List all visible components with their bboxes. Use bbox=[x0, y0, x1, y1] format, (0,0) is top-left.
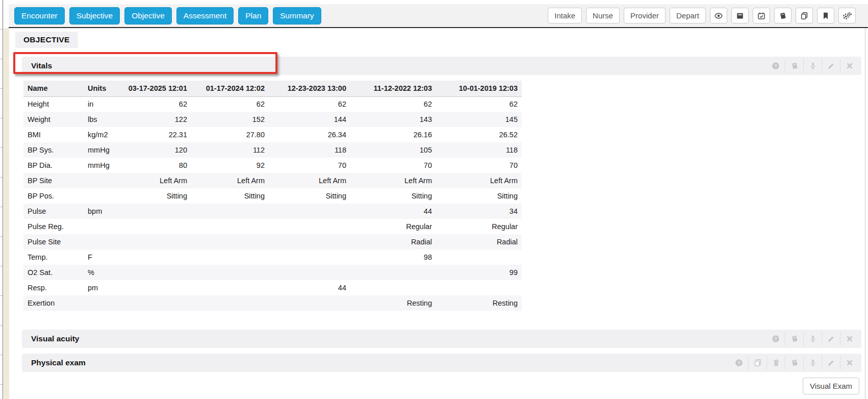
vital-value: 105 bbox=[350, 142, 436, 158]
nav-button-plan[interactable]: Plan bbox=[238, 7, 268, 24]
vitals-row-pulse-site: Pulse SiteRadialRadial bbox=[23, 234, 522, 250]
vital-value bbox=[436, 280, 522, 295]
help-icon[interactable]: ? bbox=[730, 356, 748, 370]
vital-value: Sitting bbox=[350, 188, 436, 204]
book-icon[interactable] bbox=[785, 332, 803, 346]
vital-value bbox=[191, 219, 269, 234]
vitals-row-bmi: BMIkg/m222.3127.8026.3426.1626.52 bbox=[23, 127, 522, 142]
vitals-table: NameUnits03-17-2025 12:0101-17-2024 12:0… bbox=[23, 81, 522, 311]
vital-value: 62 bbox=[436, 96, 522, 112]
vital-name: BP Site bbox=[23, 173, 84, 188]
close-icon[interactable] bbox=[840, 356, 858, 370]
vital-value: 152 bbox=[191, 112, 269, 127]
nav-button-summary[interactable]: Summary bbox=[273, 7, 321, 24]
vital-name: Weight bbox=[23, 112, 84, 127]
column-header-12-23-2023-13-00: 12-23-2023 13:00 bbox=[269, 81, 350, 96]
microphone-icon[interactable] bbox=[803, 356, 822, 370]
vitals-row-o2-sat: O2 Sat.%99 bbox=[23, 265, 522, 280]
trash-icon[interactable] bbox=[767, 356, 785, 370]
vital-value bbox=[191, 250, 269, 265]
vital-units: in bbox=[84, 96, 126, 112]
vitals-title: Vitals bbox=[22, 61, 52, 70]
vital-value: 27.80 bbox=[191, 127, 269, 142]
book-icon-button[interactable] bbox=[774, 8, 792, 23]
vital-value bbox=[126, 250, 191, 265]
gear-icon-button[interactable] bbox=[838, 8, 856, 23]
vital-units bbox=[84, 173, 126, 188]
bookmark-icon bbox=[822, 12, 830, 20]
visual-exam-button[interactable]: Visual Exam bbox=[803, 378, 859, 394]
close-icon[interactable] bbox=[840, 59, 858, 73]
close-icon[interactable] bbox=[840, 332, 858, 346]
vital-value bbox=[436, 250, 522, 265]
nav-button-objective[interactable]: Objective bbox=[124, 7, 172, 24]
pencil-icon[interactable] bbox=[822, 59, 840, 73]
vital-value bbox=[269, 265, 350, 280]
vital-value bbox=[191, 280, 269, 295]
vitals-row-resp: Resp.pm44 bbox=[23, 280, 522, 295]
pencil-icon[interactable] bbox=[822, 332, 840, 346]
archive-icon bbox=[736, 12, 744, 20]
physical-exam-header-icons: ? bbox=[730, 356, 858, 370]
vital-units bbox=[84, 188, 126, 204]
action-button-depart[interactable]: Depart bbox=[670, 8, 706, 23]
vitals-row-pulse-reg: Pulse Reg.RegularRegular bbox=[23, 219, 522, 234]
vital-value: Resting bbox=[436, 295, 522, 311]
vital-value: Regular bbox=[350, 219, 436, 234]
action-button-intake[interactable]: Intake bbox=[548, 8, 582, 23]
vital-units: lbs bbox=[84, 112, 126, 127]
toolbar-right-group: IntakeNurseProviderDepart bbox=[548, 8, 856, 23]
calendar-check-icon-button[interactable] bbox=[753, 8, 770, 23]
microphone-icon[interactable] bbox=[803, 332, 822, 346]
vital-value bbox=[126, 219, 191, 234]
vital-units: mmHg bbox=[84, 142, 126, 158]
icon-button-group bbox=[710, 8, 856, 23]
vital-value bbox=[269, 250, 350, 265]
content-right-border bbox=[865, 28, 865, 399]
vital-value bbox=[269, 204, 350, 219]
vital-value: 80 bbox=[126, 158, 191, 173]
help-icon[interactable]: ? bbox=[767, 332, 785, 346]
vital-units: mmHg bbox=[84, 158, 126, 173]
visual-acuity-section-header[interactable]: Visual acuity ? bbox=[22, 330, 861, 348]
vitals-row-pulse: Pulsebpm4434 bbox=[23, 204, 522, 219]
vital-value: 62 bbox=[126, 96, 191, 112]
vital-value bbox=[191, 295, 269, 311]
vitals-row-exertion: ExertionRestingResting bbox=[23, 295, 522, 311]
vitals-table-header: NameUnits03-17-2025 12:0101-17-2024 12:0… bbox=[23, 81, 522, 96]
microphone-icon[interactable] bbox=[803, 59, 822, 73]
nav-button-subjective[interactable]: Subjective bbox=[69, 7, 120, 24]
vitals-row-bp-dia: BP Dia.mmHg8092707070 bbox=[23, 158, 522, 173]
vitals-section-header[interactable]: Vitals ? bbox=[22, 57, 861, 75]
action-button-provider[interactable]: Provider bbox=[624, 8, 666, 23]
book-icon[interactable] bbox=[785, 356, 803, 370]
vital-units bbox=[84, 295, 126, 311]
vital-value: 118 bbox=[436, 142, 522, 158]
svg-text:?: ? bbox=[774, 63, 777, 68]
vital-value bbox=[350, 265, 436, 280]
nav-button-encounter[interactable]: Encounter bbox=[14, 7, 65, 24]
copy-icon-button[interactable] bbox=[796, 8, 813, 23]
eye-icon-button[interactable] bbox=[710, 8, 727, 23]
help-icon[interactable]: ? bbox=[767, 59, 785, 73]
action-button-nurse[interactable]: Nurse bbox=[586, 8, 620, 23]
book-icon[interactable] bbox=[785, 59, 803, 73]
vital-value bbox=[191, 204, 269, 219]
objective-section-heading: OBJECTIVE bbox=[15, 32, 78, 48]
nav-button-assessment[interactable]: Assessment bbox=[176, 7, 234, 24]
vital-value: 26.16 bbox=[350, 127, 436, 142]
copy-icon[interactable] bbox=[748, 356, 767, 370]
vital-value: 144 bbox=[269, 112, 350, 127]
vital-value: Regular bbox=[436, 219, 522, 234]
vital-units: F bbox=[84, 250, 126, 265]
vital-value: 92 bbox=[191, 158, 269, 173]
vital-value: Left Arm bbox=[436, 173, 522, 188]
vital-name: Height bbox=[23, 96, 84, 112]
book-icon bbox=[779, 12, 787, 20]
archive-icon-button[interactable] bbox=[731, 8, 749, 23]
physical-exam-section-header[interactable]: Physical exam ? bbox=[22, 354, 861, 372]
vital-value bbox=[191, 234, 269, 250]
pencil-icon[interactable] bbox=[822, 356, 840, 370]
vital-units: % bbox=[84, 265, 126, 280]
bookmark-icon-button[interactable] bbox=[817, 8, 834, 23]
